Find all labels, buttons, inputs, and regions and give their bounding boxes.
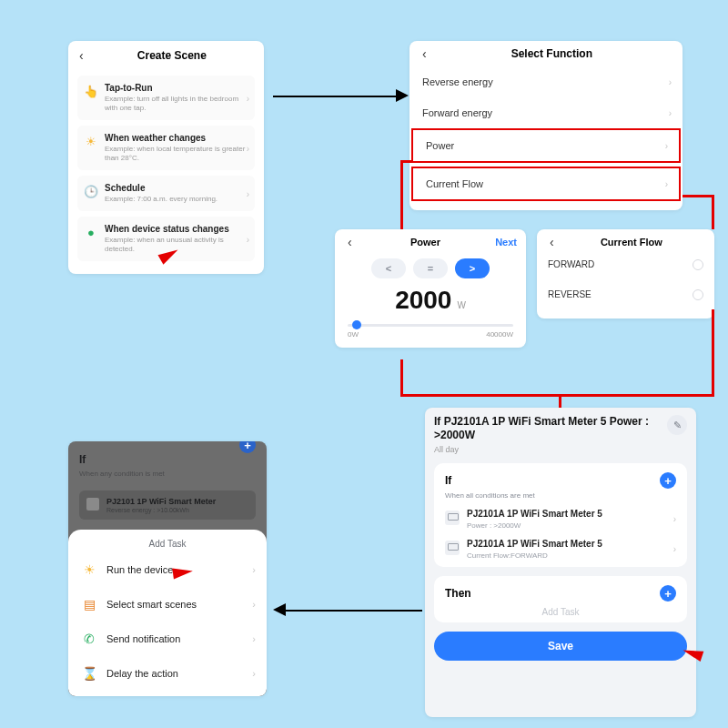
dimmed-background: If + When any condition is met PJ2101 1P… [68,441,267,520]
chevron-right-icon: › [665,179,668,189]
condition-name: PJ2101A 1P WiFi Smart Meter 5 [467,509,602,520]
chevron-right-icon: › [252,599,256,610]
tap-icon: 👆 [83,83,99,99]
if-label: If [79,453,86,466]
chevron-right-icon: › [669,77,672,87]
sun-icon: ☀ [83,133,99,149]
slider-thumb-icon[interactable] [352,320,361,329]
chevron-right-icon: › [247,188,249,198]
current-flow-panel: ‹ Current Flow FORWARD REVERSE [537,229,714,318]
back-icon[interactable]: ‹ [344,235,356,249]
add-condition-button[interactable]: + [660,472,676,489]
then-label: Then [445,587,471,600]
chevron-right-icon: › [247,143,249,153]
phone-icon: ✆ [81,631,97,647]
item-subtitle: Example: when local temperature is great… [105,145,249,163]
fn-row-current-flow[interactable]: Current Flow › [411,167,681,201]
operator-group: < = > [344,258,517,278]
scene-item-schedule[interactable]: 🕒 Schedule Example: 7:00 a.m. every morn… [77,176,255,211]
if-subtitle: When any condition is met [79,470,256,478]
edit-icon[interactable]: ✎ [667,415,687,435]
row-label: Reverse energy [422,76,493,87]
power-title: Power [356,237,495,248]
item-subtitle: Example: turn off all lights in the bedr… [105,95,249,113]
chevron-right-icon: › [252,668,256,679]
task-select-scenes[interactable]: ▤ Select smart scenes › [68,587,267,622]
task-delay-action[interactable]: ⌛ Delay the action › [68,656,267,691]
back-icon[interactable]: ‹ [419,46,430,61]
if-label: If [445,474,451,487]
save-button[interactable]: Save [434,632,687,661]
scene-item-weather[interactable]: ☀ When weather changes Example: when loc… [77,126,255,170]
item-title: When device status changes [105,224,249,234]
back-icon[interactable]: ‹ [76,48,87,63]
red-connector [712,195,714,229]
task-send-notification[interactable]: ✆ Send notification › [68,622,267,656]
chevron-right-icon: › [252,564,256,575]
device-icon [86,498,99,511]
scene-title: If PJ2101A 1P WiFi Smart Meter 5 Power :… [434,415,667,442]
condition-detail: Reverse energy : >10.00kWh [106,507,216,513]
arrow-left-icon [273,603,286,616]
create-scene-title: Create Scene [87,49,257,62]
condition-row[interactable]: PJ2101A 1P WiFi Smart Meter 5 Power : >2… [445,509,676,530]
radio-icon[interactable] [693,289,703,300]
device-icon [445,511,460,525]
add-task-placeholder: Add Task [445,607,676,617]
fn-row-forward-energy[interactable]: Forward energy › [410,97,682,128]
range-min: 0W [348,330,359,339]
scene-subtitle: All day [434,445,667,454]
red-connector [712,309,714,396]
condition-name: PJ2101 1P WiFi Smart Meter [106,497,216,506]
row-label: Power [426,140,454,151]
next-button[interactable]: Next [495,237,517,248]
chevron-right-icon: › [252,633,256,644]
op-equal[interactable]: = [413,258,448,278]
row-label: Select smart scenes [106,599,197,610]
chevron-right-icon: › [247,234,249,244]
power-value: 2000 [395,286,451,315]
red-connector [400,394,561,397]
clock-icon: 🕒 [83,183,99,199]
current-flow-title: Current Flow [558,237,705,248]
sun-icon: ☀ [81,561,97,578]
fn-row-power[interactable]: Power › [411,128,681,163]
scene-item-tap-to-run[interactable]: 👆 Tap-to-Run Example: turn off all light… [77,76,255,120]
item-title: When weather changes [105,133,249,143]
row-label: Run the device [106,564,173,575]
hourglass-icon: ⌛ [81,665,97,682]
if-subtitle: When all conditions are met [445,491,676,500]
task-run-device[interactable]: ☀ Run the device › [68,552,267,587]
power-slider[interactable]: 0W 40000W [348,324,513,339]
op-greater-than[interactable]: > [455,258,490,278]
power-panel: ‹ Power Next < = > 2000 W 0W 40000W [335,229,526,348]
add-task-button[interactable]: + [660,585,676,602]
fn-row-reverse-energy[interactable]: Reverse energy › [410,66,682,97]
scene-summary-panel: If PJ2101A 1P WiFi Smart Meter 5 Power :… [425,408,696,717]
add-condition-button[interactable]: + [239,441,256,453]
red-connector [400,160,403,229]
item-title: Schedule [105,183,249,193]
chevron-right-icon: › [247,93,249,103]
chevron-right-icon: › [673,514,676,524]
scene-icon: ▤ [81,596,97,612]
back-icon[interactable]: ‹ [546,235,558,249]
red-connector [400,359,403,396]
option-label: REVERSE [548,289,592,299]
red-connector [682,195,713,197]
row-label: Current Flow [426,178,483,189]
cf-option-reverse[interactable]: REVERSE [546,279,705,309]
chevron-right-icon: › [669,108,672,118]
flow-arrow [273,96,396,97]
red-connector [559,394,714,397]
row-label: Forward energy [422,107,492,118]
cf-option-forward[interactable]: FORWARD [546,249,705,279]
option-label: FORWARD [548,259,594,269]
condition-detail: Current Flow:FORWARD [467,551,602,560]
op-less-than[interactable]: < [371,258,406,278]
bell-icon: ● [83,224,99,240]
item-title: Tap-to-Run [105,83,249,93]
row-label: Delay the action [106,668,178,679]
radio-icon[interactable] [693,259,703,270]
condition-row[interactable]: PJ2101A 1P WiFi Smart Meter 5 Current Fl… [445,539,676,560]
